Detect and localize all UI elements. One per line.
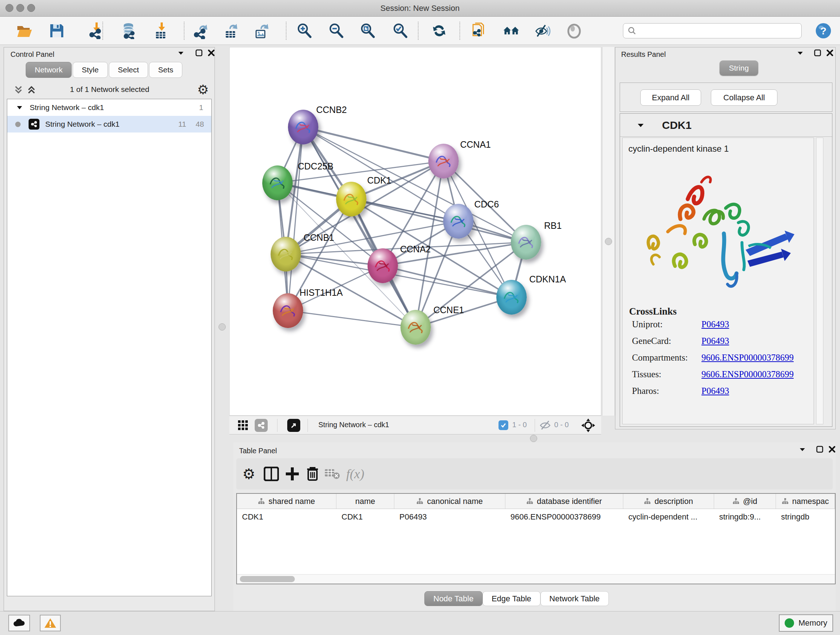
hidden-eye-icon[interactable]: [539, 420, 551, 432]
cell-name[interactable]: CDK1: [336, 509, 394, 525]
node-ccne1[interactable]: [401, 310, 431, 345]
left-splitter-handle[interactable]: [218, 323, 226, 331]
table-panel-float-icon[interactable]: [816, 445, 824, 455]
show-all-eye-icon[interactable]: [566, 22, 583, 39]
node-ccna1[interactable]: [428, 144, 459, 179]
tab-select[interactable]: Select: [109, 62, 148, 78]
string-import-icon[interactable]: [470, 22, 487, 39]
export-table-icon[interactable]: [223, 22, 240, 39]
node-rb1[interactable]: [511, 225, 541, 260]
structure-thumbnail: [406, 318, 426, 337]
zoom-out-icon[interactable]: [328, 22, 344, 39]
results-panel-menu-icon[interactable]: [796, 49, 804, 58]
export-image-icon[interactable]: [253, 22, 270, 39]
network-collection-row[interactable]: String Network – cdk1 1: [7, 99, 211, 116]
scrollbar-thumb[interactable]: [240, 576, 295, 582]
results-panel-close-icon[interactable]: [826, 49, 834, 58]
import-table-icon[interactable]: [152, 22, 169, 39]
import-network-database-icon[interactable]: [120, 22, 137, 39]
control-panel-menu-icon[interactable]: [177, 49, 185, 58]
node-hist1h1a[interactable]: [273, 293, 303, 328]
cell-shared-name[interactable]: CDK1: [237, 509, 336, 525]
cell--id[interactable]: stringdb:9...: [714, 509, 776, 525]
right-splitter[interactable]: [602, 47, 615, 416]
cloud-button[interactable]: [8, 615, 30, 631]
tab-style[interactable]: Style: [73, 62, 108, 78]
network-canvas[interactable]: CCNB2CCNA1CDC25BCDK1CDC6RB1CCNB1CCNA2CDK…: [229, 47, 601, 416]
crosslink-link[interactable]: P06493: [701, 386, 729, 396]
node-cdk1[interactable]: [336, 182, 366, 217]
zoom-fit-icon[interactable]: [359, 22, 376, 39]
crosslink-link[interactable]: P06493: [701, 336, 729, 346]
entry-header[interactable]: CDK1: [620, 114, 832, 137]
table-horizontal-scrollbar[interactable]: [237, 574, 835, 584]
collection-expand-icon[interactable]: [16, 104, 23, 111]
hide-selected-eye-icon[interactable]: [534, 22, 551, 39]
function-builder-icon[interactable]: f(x): [347, 466, 363, 482]
delete-column-icon[interactable]: [304, 466, 321, 482]
memory-button[interactable]: Memory: [779, 614, 833, 632]
table-panel-close-icon[interactable]: [828, 445, 836, 455]
tab-sets[interactable]: Sets: [149, 62, 182, 78]
zoom-in-icon[interactable]: [296, 22, 313, 39]
tab-string[interactable]: String: [720, 60, 758, 76]
collapse-all-button[interactable]: Collapse All: [711, 89, 777, 106]
import-network-file-icon[interactable]: [88, 22, 105, 39]
search-input[interactable]: [623, 23, 802, 38]
table-settings-gear-icon[interactable]: ⚙: [240, 466, 257, 482]
zoom-selected-icon[interactable]: [392, 22, 409, 39]
cell-namespac[interactable]: stringdb: [776, 509, 835, 525]
cell-database-identifier[interactable]: 9606.ENSP00000378699: [505, 509, 623, 525]
detach-view-icon[interactable]: [287, 419, 300, 432]
node-cdkn1a[interactable]: [496, 280, 527, 315]
table-row[interactable]: CDK1CDK1P064939606.ENSP00000378699cyclin…: [237, 509, 835, 525]
entry-collapse-icon[interactable]: [637, 121, 645, 129]
add-column-icon[interactable]: [284, 466, 301, 482]
node-ccna2[interactable]: [368, 249, 398, 283]
column-header--id[interactable]: @id: [714, 494, 776, 509]
refresh-icon[interactable]: [431, 22, 447, 39]
node-cdc25b[interactable]: [262, 165, 293, 200]
tab-node-table[interactable]: Node Table: [424, 591, 483, 606]
help-icon[interactable]: ?: [815, 22, 832, 39]
node-cdc6[interactable]: [443, 204, 474, 239]
cell-canonical-name[interactable]: P06493: [394, 509, 505, 525]
control-panel-close-icon[interactable]: [207, 49, 215, 58]
network-row[interactable]: String Network – cdk1 11 48: [7, 116, 211, 133]
cell-description[interactable]: cyclin-dependent ...: [623, 509, 714, 525]
network-options-gear-icon[interactable]: ⚙: [197, 82, 209, 97]
node-ccnb1[interactable]: [271, 237, 301, 272]
results-panel-float-icon[interactable]: [813, 49, 821, 58]
column-header-canonical-name[interactable]: canonical name: [394, 494, 505, 509]
home-networks-icon[interactable]: [503, 22, 519, 39]
tab-network-table[interactable]: Network Table: [540, 591, 609, 606]
column-header-shared-name[interactable]: shared name: [237, 494, 336, 509]
delete-table-icon[interactable]: [324, 466, 340, 482]
tab-edge-table[interactable]: Edge Table: [483, 591, 540, 606]
export-network-icon[interactable]: [193, 22, 210, 39]
horizontal-splitter-handle[interactable]: [530, 435, 537, 442]
node-ccnb2[interactable]: [288, 110, 318, 144]
crosslink-link[interactable]: 9606.ENSP00000378699: [701, 353, 794, 363]
right-splitter-handle[interactable]: [605, 238, 612, 245]
open-session-icon[interactable]: [16, 22, 33, 39]
column-header-name[interactable]: name: [336, 494, 394, 509]
show-columns-icon[interactable]: [263, 466, 279, 482]
crosslink-link[interactable]: P06493: [701, 319, 729, 329]
string-entry-cdk1: CDK1 cyclin-dependent kinase 1: [620, 113, 832, 427]
grid-view-icon[interactable]: [237, 420, 249, 432]
crosslink-link[interactable]: 9606.ENSP00000378699: [701, 369, 794, 379]
entry-scrollbar[interactable]: [816, 138, 823, 424]
column-header-namespac[interactable]: namespac: [776, 494, 835, 509]
expand-all-button[interactable]: Expand All: [640, 89, 701, 106]
warnings-button[interactable]: [40, 615, 61, 631]
control-panel-float-icon[interactable]: [195, 49, 203, 58]
selected-checkbox-icon[interactable]: [499, 420, 508, 430]
table-panel-menu-icon[interactable]: [798, 445, 806, 455]
column-header-database-identifier[interactable]: database identifier: [505, 494, 623, 509]
column-header-description[interactable]: description: [623, 494, 714, 509]
save-session-icon[interactable]: [49, 22, 65, 39]
network-share-view-icon[interactable]: [255, 419, 268, 432]
birdseye-icon[interactable]: [581, 418, 595, 434]
tab-network[interactable]: Network: [26, 62, 72, 78]
